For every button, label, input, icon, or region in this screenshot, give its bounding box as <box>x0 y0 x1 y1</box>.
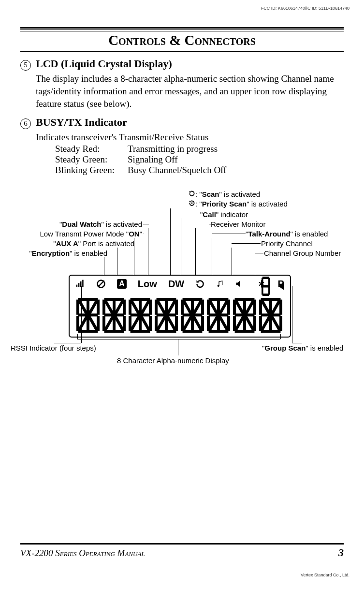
page-content: Controls & Connectors 5 LCD (Liquid Crys… <box>0 0 364 383</box>
rule-top <box>20 27 344 30</box>
group-scan-arrow-icon <box>278 282 284 290</box>
copyright-text: Vertex Standard Co., Ltd. <box>301 573 349 577</box>
status-desc: Transmitting in progress <box>128 144 218 154</box>
segment-char <box>181 298 204 333</box>
status-desc: Signaling Off <box>128 154 178 165</box>
svg-rect-11 <box>262 278 263 286</box>
segment-char <box>76 298 100 333</box>
aux-a-icon: A <box>117 279 127 289</box>
leader-line <box>143 224 149 224</box>
alpha-numeric-segments <box>76 298 282 333</box>
call-note-icon <box>216 279 224 289</box>
section-5-body: The display includes a 8-character alpha… <box>36 73 344 111</box>
status-row: Steady Green: Signaling Off <box>55 154 344 165</box>
lcd-diagram: : "Scan" is activated : "Priority Scan" … <box>20 190 344 383</box>
priority-channel-label: Priority Channel <box>261 239 313 248</box>
leader-line <box>77 339 280 339</box>
channel-group-label: Channel Group Number <box>264 249 341 257</box>
section-6-heading: 6 BUSY/TX Indicator <box>20 116 344 129</box>
scan-icon <box>195 279 205 289</box>
dual-watch-label: "Dual Watch" is activated <box>45 220 142 228</box>
rssi-label: RSSI Indicator (four steps) <box>11 344 96 352</box>
scan-cycle-icon <box>189 190 195 197</box>
lcd-icon-row: A Low DW P <box>75 279 284 290</box>
status-label: Steady Green: <box>55 154 128 165</box>
svg-rect-2 <box>78 283 80 287</box>
leader-line <box>144 234 144 234</box>
leader-line <box>255 257 255 277</box>
circled-number-6: 6 <box>20 118 31 129</box>
speaker-monitor-icon <box>235 279 245 289</box>
svg-rect-9 <box>262 285 269 287</box>
segment-char <box>233 298 256 333</box>
footer-manual-title: VX-2200 Series Operating Manual <box>20 548 145 559</box>
leader-line <box>117 248 117 277</box>
section-5-title: LCD (Liquid Crystal Display) <box>36 58 172 70</box>
svg-rect-1 <box>76 285 78 287</box>
status-row: Steady Red: Transmitting in progress <box>55 144 344 154</box>
status-label: Blinking Green: <box>55 165 128 176</box>
leader-line <box>232 248 232 277</box>
eight-segment-icon <box>261 277 271 296</box>
leader-line <box>212 238 212 277</box>
receiver-monitor-label: Receiver Monitor <box>211 220 265 228</box>
title-row: Controls & Connectors <box>20 31 344 52</box>
lcd-panel: A Low DW P <box>69 275 291 338</box>
page-title: Controls & Connectors <box>108 32 256 48</box>
segment-char <box>207 298 230 333</box>
priority-scan-label: : "Priority Scan" is activated <box>189 200 288 208</box>
leader-line <box>170 208 171 276</box>
segment-char <box>102 298 126 333</box>
segment-char <box>129 298 152 333</box>
leader-line <box>181 218 181 276</box>
svg-rect-8 <box>262 277 269 279</box>
group-scan-label: "Group Scan" is enabled <box>262 344 343 352</box>
svg-point-0 <box>191 202 193 204</box>
alphanumeric-label: 8 Character Alpha-numeric Display <box>117 356 229 365</box>
leader-line <box>209 224 212 224</box>
priority-scan-cycle-icon <box>189 200 195 206</box>
svg-rect-4 <box>82 280 84 287</box>
leader-line <box>212 234 246 234</box>
svg-rect-10 <box>262 294 269 296</box>
svg-rect-14 <box>268 286 270 295</box>
status-table: Steady Red: Transmitting in progress Ste… <box>55 144 344 176</box>
talk-around-label: "Talk-Around" is enabled <box>246 230 328 238</box>
leader-line <box>134 238 134 277</box>
dual-watch-icon: DW <box>168 279 184 290</box>
svg-rect-12 <box>268 278 270 286</box>
encryption-label: "Encryption" is enabled <box>11 249 107 257</box>
call-indicator-label: "Call" indicator <box>200 210 248 219</box>
signal-icon <box>75 279 85 289</box>
leader-line <box>54 343 81 343</box>
leader-line <box>81 286 82 343</box>
channel-group-segment <box>261 277 275 297</box>
leader-line <box>292 343 302 343</box>
leader-line <box>255 253 263 253</box>
low-power-label: Low Transmt Power Mode "ON" <box>29 230 142 238</box>
leader-line <box>77 334 78 339</box>
aux-a-label: "AUX A" Port is activated <box>38 239 134 248</box>
status-desc: Busy Channel/Squelch Off <box>128 165 226 176</box>
leader-line <box>148 228 148 277</box>
leader-line <box>232 243 261 244</box>
leader-line <box>280 334 281 339</box>
leader-line <box>178 339 178 355</box>
status-label: Steady Red: <box>55 144 128 154</box>
page-number: 3 <box>338 546 344 559</box>
leader-line <box>195 228 196 276</box>
scan-label: : "Scan" is activated <box>189 190 260 198</box>
section-5-heading: 5 LCD (Liquid Crystal Display) <box>20 58 344 71</box>
svg-point-7 <box>218 285 219 287</box>
low-power-icon: Low <box>138 279 157 290</box>
section-6-title: BUSY/TX Indicator <box>36 116 127 129</box>
svg-rect-13 <box>262 286 263 295</box>
segment-char <box>259 298 282 333</box>
leader-line <box>292 286 292 343</box>
page-footer: VX-2200 Series Operating Manual 3 <box>20 543 344 559</box>
status-row: Blinking Green: Busy Channel/Squelch Off <box>55 165 344 176</box>
fcc-id-text: FCC ID: K6610614740/IC ID: 511B-10614740 <box>261 6 349 11</box>
segment-char <box>155 298 178 333</box>
leader-line <box>104 257 104 277</box>
section-6-intro: Indicates transceiver's Transmit/Receive… <box>36 131 344 144</box>
